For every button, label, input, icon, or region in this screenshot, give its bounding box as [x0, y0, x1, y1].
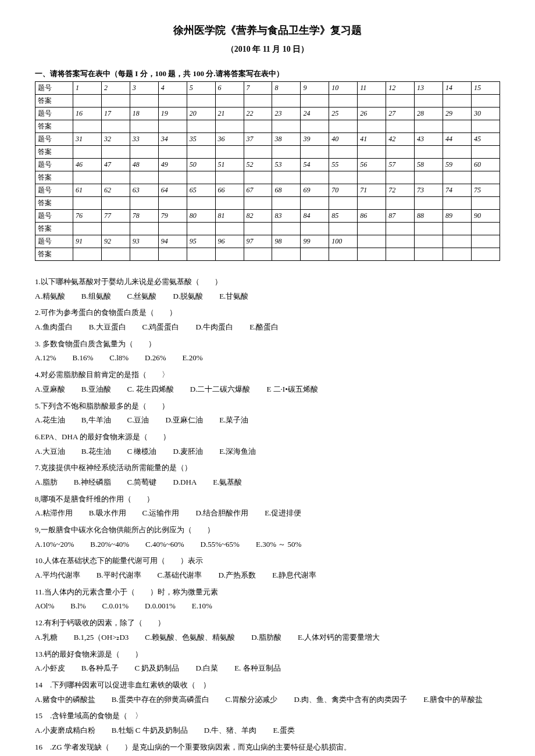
grid-number-cell: 16: [73, 108, 102, 120]
question-text: 10.人体在基础状态下的能量代谢可用（ ）表示: [35, 554, 500, 568]
grid-number-cell: 52: [244, 159, 272, 171]
grid-number-cell: 24: [301, 108, 329, 120]
question-option: B.组氨酸: [81, 289, 111, 304]
grid-answer-cell: [272, 223, 301, 235]
grid-answer-cell: [386, 223, 415, 235]
grid-rowlabel-question: 题号: [35, 184, 73, 197]
question-text: 12.有利于钙吸收的因素，除了（ ）: [35, 616, 500, 630]
grid-number-cell: 26: [358, 108, 386, 120]
grid-number-cell: 75: [471, 184, 500, 197]
grid-number-cell: 68: [272, 184, 301, 197]
grid-answer-cell: [415, 171, 443, 184]
question-option: C.简萄键: [127, 475, 157, 490]
grid-answer-cell: [244, 95, 272, 108]
grid-answer-cell: [329, 248, 358, 261]
question-option: A.脂肪: [35, 475, 58, 490]
grid-answer-cell: [358, 120, 386, 133]
question-text: 2.可作为参考蛋白的食物蛋白质是（ ）: [35, 306, 500, 320]
question-options: A.鱼肉蛋白B.大豆蛋白C.鸡蛋蛋白D.牛肉蛋白E.酪蛋白: [35, 320, 500, 335]
grid-answer-cell: [187, 95, 215, 108]
question-option: E.30% ～ 50%: [256, 538, 301, 552]
grid-rowlabel-answer: 答案: [35, 146, 73, 159]
grid-answer-cell: [443, 171, 471, 184]
question-option: E.人体对钙的需要量增大: [298, 630, 380, 645]
grid-answer-cell: [301, 223, 329, 235]
grid-number-cell: 18: [130, 108, 158, 120]
question-text: 9,一般膳食中碳水化合物供能所占的比例应为（ ）: [35, 523, 500, 538]
grid-number-cell: 60: [471, 159, 500, 171]
grid-answer-cell: [101, 223, 130, 235]
grid-answer-cell: [415, 120, 443, 133]
grid-number-cell: 23: [272, 108, 301, 120]
grid-number-cell: 42: [386, 133, 415, 146]
question-option: D.脂肪酸: [251, 630, 281, 645]
question-option: C.赖氨酸、色氨酸、精氨酸: [145, 630, 235, 645]
grid-answer-cell: [272, 197, 301, 210]
grid-answer-cell: [301, 120, 329, 133]
grid-answer-cell: [158, 146, 187, 159]
question-option: D.白菜: [195, 661, 218, 676]
question-option: D.DHA: [173, 475, 197, 490]
page-subtitle: （2010 年 11 月 10 日）: [35, 44, 500, 55]
grid-answer-cell: [301, 197, 329, 210]
grid-number-cell: 55: [329, 159, 358, 171]
grid-rowlabel-answer: 答案: [35, 171, 73, 184]
grid-number-cell: 78: [130, 210, 158, 223]
question-option: E.膳食中的草酸盐: [423, 693, 483, 707]
grid-answer-cell: [471, 146, 500, 159]
grid-answer-cell: [101, 95, 130, 108]
grid-answer-cell: [244, 120, 272, 133]
question-option: B.神经磷脂: [74, 475, 111, 490]
grid-answer-cell: [187, 248, 215, 261]
grid-number-cell: 57: [386, 159, 415, 171]
grid-answer-cell: [301, 146, 329, 159]
question-option: A.亚麻酸: [35, 382, 65, 397]
grid-number-cell: 43: [415, 133, 443, 146]
grid-answer-cell: [386, 146, 415, 159]
grid-number-cell: 95: [187, 235, 215, 248]
grid-answer-cell: [415, 95, 443, 108]
grid-answer-cell: [187, 171, 215, 184]
grid-answer-cell: [272, 146, 301, 159]
grid-answer-cell: [101, 197, 130, 210]
question-text: 4.对必需脂肪酸目前肯定的是指（ 〉: [35, 368, 500, 382]
question-option: E.20%: [183, 351, 203, 366]
grid-answer-cell: [130, 171, 158, 184]
grid-number-cell: 6: [215, 82, 244, 95]
question-option: D.结合胆酸作用: [195, 506, 248, 521]
grid-number-cell: 19: [158, 108, 187, 120]
grid-answer-cell: [471, 120, 500, 133]
grid-number-cell: 51: [215, 159, 244, 171]
question-option: C.40%~60%: [145, 538, 184, 552]
grid-number-cell: 14: [443, 82, 471, 95]
question-options: AOl%B.l%C.0.01%D.0.001%E.10%: [35, 599, 500, 614]
grid-number-cell: 10: [329, 82, 358, 95]
question-option: D.二十二碳六爆酸: [190, 382, 251, 397]
grid-number-cell: 90: [471, 210, 500, 223]
grid-number-cell: 32: [101, 133, 130, 146]
grid-answer-cell: [101, 146, 130, 159]
question-option: A.小虾皮: [35, 661, 65, 676]
grid-number-cell: 85: [329, 210, 358, 223]
grid-number-cell: 82: [244, 210, 272, 223]
question-option: A.大豆油: [35, 445, 65, 459]
question-option: B.吸水作用: [89, 506, 126, 521]
page-title: 徐州医学院《营养与食品卫生学》复习题: [35, 23, 500, 37]
grid-number-cell: 93: [130, 235, 158, 248]
grid-answer-cell: [244, 248, 272, 261]
grid-answer-cell: [329, 95, 358, 108]
question-option: C.鸡蛋蛋白: [142, 320, 180, 335]
question-option: E 二·I•碳五烯酸: [266, 382, 318, 397]
question-option: E.静息代谢率: [272, 568, 316, 583]
grid-number-cell: 44: [443, 133, 471, 146]
grid-answer-cell: [272, 95, 301, 108]
grid-answer-cell: [471, 223, 500, 235]
question-options: A.小虾皮B.各种瓜子C 奶及奶制品D.白菜E. 各种豆制品: [35, 661, 500, 676]
grid-number-cell: 64: [158, 184, 187, 197]
question-option: C.l8%: [109, 351, 129, 366]
grid-answer-cell: [73, 171, 102, 184]
question-option: C.豆油: [127, 413, 149, 428]
grid-answer-cell: [471, 248, 500, 261]
question-text: 3. 多数食物蛋白质含氮量为（ ）: [35, 337, 500, 352]
question-option: AOl%: [35, 599, 54, 614]
